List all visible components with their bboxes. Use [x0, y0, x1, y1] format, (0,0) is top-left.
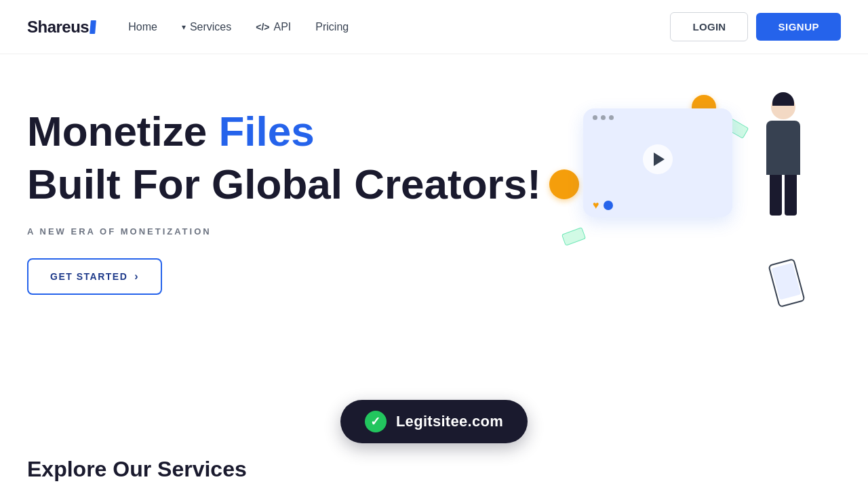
badge-container: ✓ Legitsitee.com	[0, 400, 868, 443]
dot-1	[593, 115, 597, 120]
nav-api-link[interactable]: </> API	[256, 21, 291, 33]
play-button-icon	[643, 144, 673, 174]
play-triangle-icon	[654, 152, 665, 166]
hero-title: Monetize Files Built For Global Creators…	[27, 108, 556, 207]
nav-pricing-link[interactable]: Pricing	[315, 21, 349, 33]
hero-subtitle: A NEW ERA OF MONETIZATION	[27, 226, 556, 237]
hero-text: Monetize Files Built For Global Creators…	[27, 95, 556, 295]
logo-text: Shareus	[27, 18, 89, 37]
navbar-right: LOGIN SIGNUP	[670, 12, 841, 41]
bill-bottom-left-icon	[561, 227, 586, 246]
person-leg-right	[785, 175, 797, 216]
hero-illustration: ♥	[556, 95, 814, 312]
hero-title-line2: Built For Global Creators!	[27, 161, 556, 207]
logo-cursor-icon	[90, 20, 96, 34]
hero-title-plain: Monetize	[27, 108, 207, 155]
video-card-illustration: ♥	[583, 108, 732, 217]
dot-2	[601, 115, 606, 120]
nav-links: Home ▾ Services </> API Pricing	[128, 21, 349, 33]
nav-item-api[interactable]: </> API	[256, 21, 291, 33]
card-body	[583, 124, 732, 194]
person-head	[771, 95, 795, 119]
logo[interactable]: Shareus	[27, 18, 96, 37]
code-brackets-icon: </>	[256, 22, 269, 33]
nav-services-link[interactable]: ▾ Services	[182, 21, 231, 33]
nav-item-home[interactable]: Home	[128, 21, 157, 33]
get-started-button[interactable]: GET STARTED ›	[27, 258, 162, 295]
person-legs	[753, 175, 814, 216]
login-button[interactable]: LOGIN	[670, 12, 748, 41]
arrow-right-icon: ›	[134, 270, 139, 283]
navbar-left: Shareus Home ▾ Services </> API Pricing	[27, 18, 349, 37]
explore-section: Explore Our Services Unleashing Innovati…	[0, 457, 868, 488]
blue-dot-icon	[604, 201, 613, 210]
nav-item-services[interactable]: ▾ Services	[182, 21, 231, 33]
person-hair	[772, 92, 794, 106]
hero-title-line1: Monetize Files	[27, 108, 556, 155]
nav-item-pricing[interactable]: Pricing	[315, 21, 349, 33]
hero-title-highlight: Files	[218, 108, 314, 155]
card-dots	[583, 108, 732, 124]
nav-api-label: API	[274, 21, 292, 33]
explore-title: Explore Our Services	[27, 457, 841, 482]
legitsitee-badge: ✓ Legitsitee.com	[340, 400, 528, 443]
navbar: Shareus Home ▾ Services </> API Pricing	[0, 0, 868, 54]
get-started-label: GET STARTED	[50, 271, 127, 282]
person-body	[766, 121, 800, 175]
badge-text: Legitsitee.com	[396, 413, 503, 430]
dot-3	[609, 115, 614, 120]
person-illustration	[753, 95, 814, 258]
hero-section: Monetize Files Built For Global Creators…	[0, 54, 868, 380]
nav-home-link[interactable]: Home	[128, 21, 157, 33]
chevron-down-icon: ▾	[182, 22, 186, 32]
check-circle-icon: ✓	[365, 411, 387, 432]
nav-services-label: Services	[190, 21, 231, 33]
coin-left-icon	[549, 169, 579, 199]
checkmark-icon: ✓	[370, 415, 380, 428]
signup-button[interactable]: SIGNUP	[756, 13, 841, 41]
heart-icon: ♥	[593, 199, 599, 211]
phone-screen	[772, 263, 801, 300]
card-footer: ♥	[583, 194, 732, 217]
person-leg-left	[770, 175, 782, 216]
phone-illustration	[768, 258, 805, 308]
